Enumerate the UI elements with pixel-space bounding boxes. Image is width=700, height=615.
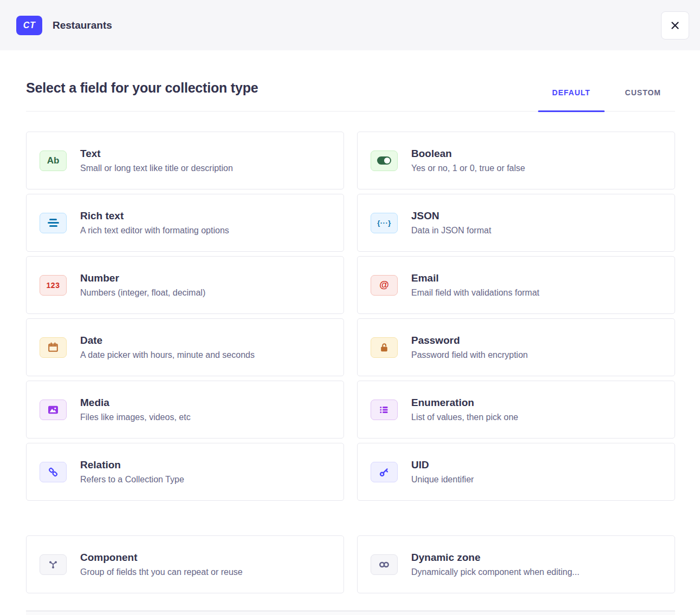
- field-card-password[interactable]: Password Password field with encryption: [357, 318, 675, 376]
- component-nodes-icon: [40, 554, 67, 575]
- field-description: Password field with encryption: [411, 350, 528, 360]
- modal-footer-edge: [26, 611, 675, 615]
- relation-link-icon: [40, 462, 67, 482]
- field-card-rich-text[interactable]: Rich text A rich text editor with format…: [26, 194, 344, 252]
- modal-header: CT Restaurants: [0, 0, 700, 50]
- field-title: JSON: [411, 210, 491, 222]
- field-card-number[interactable]: 123 Number Numbers (integer, float, deci…: [26, 256, 344, 314]
- field-title: Text: [80, 148, 233, 160]
- field-description: Email field with validations format: [411, 288, 540, 298]
- field-card-email[interactable]: @ Email Email field with validations for…: [357, 256, 675, 314]
- field-description: Yes or no, 1 or 0, true or false: [411, 163, 525, 173]
- field-card-text[interactable]: Ab Text Small or long text like title or…: [26, 132, 344, 189]
- email-at-icon: @: [371, 275, 398, 296]
- field-description: Data in JSON format: [411, 226, 491, 235]
- field-grid-main: Ab Text Small or long text like title or…: [26, 132, 675, 501]
- close-button[interactable]: [661, 11, 689, 40]
- collection-type-badge: CT: [16, 16, 42, 35]
- number-123-icon: 123: [40, 275, 67, 296]
- field-card-json[interactable]: {···} JSON Data in JSON format: [357, 194, 675, 252]
- rich-text-lines-icon: [40, 213, 67, 233]
- field-description: Unique identifier: [411, 475, 474, 485]
- enumeration-list-icon: [371, 400, 398, 420]
- uid-key-icon: [371, 462, 398, 482]
- field-description: List of values, then pick one: [411, 413, 518, 422]
- field-title: Number: [80, 272, 205, 284]
- field-title: Rich text: [80, 210, 229, 222]
- field-title: Password: [411, 335, 528, 346]
- field-description: A date picker with hours, minute and sec…: [80, 350, 255, 360]
- field-description: Dynamically pick component when editing.…: [411, 567, 579, 577]
- date-calendar-icon: [40, 337, 67, 358]
- field-card-component[interactable]: Component Group of fields tht you can re…: [26, 535, 344, 593]
- field-title: Date: [80, 335, 255, 346]
- media-image-icon: [40, 400, 67, 420]
- boolean-toggle-icon: [371, 151, 398, 171]
- field-description: Refers to a Collection Type: [80, 475, 184, 485]
- tab-list: DEFAULTCUSTOM: [538, 88, 675, 111]
- field-type-modal: CT Restaurants Select a field for your c…: [0, 0, 700, 615]
- field-card-enumeration[interactable]: Enumeration List of values, then pick on…: [357, 381, 675, 439]
- title-row: Select a field for your collection type …: [26, 80, 675, 112]
- page-title: Select a field for your collection type: [26, 80, 258, 96]
- field-card-media[interactable]: Media Files like images, videos, etc: [26, 381, 344, 439]
- field-description: Numbers (integer, float, decimal): [80, 288, 205, 298]
- field-title: Enumeration: [411, 397, 518, 409]
- modal-content: Select a field for your collection type …: [0, 50, 700, 615]
- field-title: Boolean: [411, 148, 525, 160]
- json-braces-icon: {···}: [371, 213, 398, 233]
- tab-default[interactable]: DEFAULT: [538, 88, 605, 111]
- field-card-dynamic-zone[interactable]: Dynamic zone Dynamically pick component …: [357, 535, 675, 593]
- field-title: Media: [80, 397, 191, 409]
- password-lock-icon: [371, 337, 398, 358]
- field-card-relation[interactable]: Relation Refers to a Collection Type: [26, 443, 344, 501]
- close-icon: [669, 19, 681, 31]
- dynamic-zone-infinity-icon: [371, 554, 398, 575]
- field-card-uid[interactable]: UID Unique identifier: [357, 443, 675, 501]
- field-title: Component: [80, 552, 243, 564]
- field-title: Dynamic zone: [411, 552, 579, 564]
- text-ab-icon: Ab: [40, 151, 67, 171]
- field-card-boolean[interactable]: Boolean Yes or no, 1 or 0, true or false: [357, 132, 675, 189]
- field-description: Files like images, videos, etc: [80, 413, 191, 422]
- collection-name: Restaurants: [53, 19, 112, 31]
- field-title: UID: [411, 459, 474, 471]
- tab-custom[interactable]: CUSTOM: [611, 88, 675, 111]
- field-description: A rich text editor with formating option…: [80, 226, 229, 235]
- field-title: Email: [411, 272, 540, 284]
- field-grid-extra: Component Group of fields tht you can re…: [26, 535, 675, 593]
- field-description: Small or long text like title or descrip…: [80, 163, 233, 173]
- field-description: Group of fields tht you can repeat or re…: [80, 567, 243, 577]
- field-card-date[interactable]: Date A date picker with hours, minute an…: [26, 318, 344, 376]
- field-title: Relation: [80, 459, 184, 471]
